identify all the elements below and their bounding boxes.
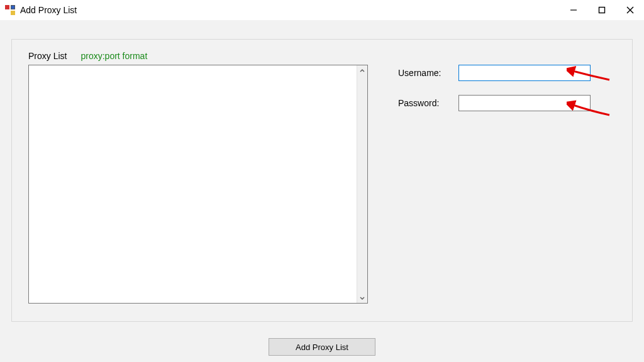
main-groupbox: Proxy List proxy:port format	[11, 39, 633, 322]
scroll-up-icon[interactable]	[357, 65, 367, 76]
proxy-list-textarea-wrap	[28, 65, 368, 304]
minimize-button[interactable]	[559, 0, 587, 20]
window-controls	[559, 0, 644, 20]
credentials-panel: Username: Password:	[398, 51, 616, 304]
bottom-button-area: Add Proxy List	[0, 338, 644, 356]
password-input[interactable]	[458, 95, 591, 111]
proxy-list-scrollbar[interactable]	[357, 65, 367, 303]
close-button[interactable]	[616, 0, 644, 20]
client-area: Proxy List proxy:port format	[0, 20, 644, 362]
titlebar: Add Proxy List	[0, 0, 644, 20]
proxy-list-hint: proxy:port format	[80, 51, 147, 61]
password-label: Password:	[398, 98, 453, 108]
username-label: Username:	[398, 68, 453, 78]
proxy-list-label: Proxy List	[28, 51, 67, 61]
add-proxy-list-button[interactable]: Add Proxy List	[269, 338, 375, 356]
username-input[interactable]	[458, 65, 591, 81]
proxy-list-panel: Proxy List proxy:port format	[28, 51, 368, 304]
maximize-button[interactable]	[587, 0, 616, 20]
window-title: Add Proxy List	[20, 5, 77, 15]
svg-rect-1	[599, 8, 604, 13]
proxy-list-textarea[interactable]	[29, 65, 357, 303]
app-icon	[5, 5, 15, 15]
scroll-down-icon[interactable]	[357, 292, 367, 303]
